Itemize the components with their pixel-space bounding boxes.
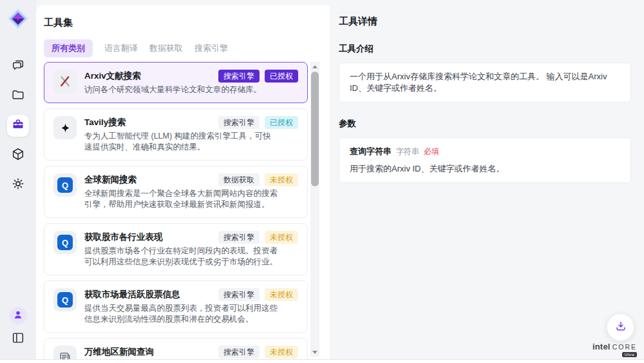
param-required-flag: 必填 [424,146,439,157]
tools-panel-title: 工具集 [44,17,322,29]
tool-card-2[interactable]: Q 全球新闻搜索 数据获取 未授权 全球新闻搜索是一个聚合全球各大新闻网站内容的… [44,166,308,218]
cube-icon [11,147,25,164]
toolbox-icon [12,118,24,133]
tool-category-badge: 搜索引擎 [218,346,260,358]
param-description: 用于搜索的Arxiv ID、关键字或作者姓名。 [350,163,620,175]
tool-auth-badge: 已授权 [265,70,298,83]
tool-category-badge: 搜索引擎 [218,288,260,301]
tool-description: 提供股票市场各个行业在特定时间段内的表现。投资者可以利用这些信息来识别表现优于或… [84,246,278,268]
q-search-icon: Q [53,288,77,311]
arxiv-icon [53,70,77,93]
tool-intro-box: 一个用于从Arxiv存储库搜索科学论文和文章的工具。 输入可以是Arxiv ID… [339,63,631,103]
folder-icon [11,88,25,104]
tab-language-translation[interactable]: 语言翻译 [104,39,138,57]
intel-brand-text: intel [592,342,611,351]
sidebar-item-files[interactable] [7,85,29,107]
tool-card-0[interactable]: Arxiv文献搜索 搜索引擎 已授权 访问各个研究领域大量科学论文和文章的存储库… [44,62,308,103]
q-search-icon: Q [53,231,77,254]
param-box: 查询字符串 字符串 必填 用于搜索的Arxiv ID、关键字或作者姓名。 [339,137,631,183]
tool-card-3[interactable]: Q 获取股市各行业表现 搜索引擎 未授权 提供股票市场各个行业在特定时间段内的表… [44,223,308,275]
tool-card-1[interactable]: Tavily搜索 搜索引擎 已授权 专为人工智能代理 (LLM) 构建的搜索引擎… [44,108,308,161]
app-window: 工具集 所有类别 语言翻译 数据获取 搜索引擎 Arxiv文献搜索 搜索引擎 已… [0,0,644,363]
scrollbar-up-arrow[interactable] [310,62,319,71]
tool-description: 提供当天交易量最高的股票列表，投资者可以利用这些信息来识别流动性强的股票和潜在的… [84,303,278,325]
tool-description: 专为人工智能代理 (LLM) 构建的搜索引擎工具，可快速提供实时、准确和真实的结… [84,131,278,153]
tool-detail-panel: 工具详情 工具介绍 一个用于从Arxiv存储库搜索科学论文和文章的工具。 输入可… [330,5,644,359]
sidebar-item-chat[interactable] [7,55,29,77]
download-icon [614,320,627,335]
tool-category-badge: 数据获取 [218,173,260,186]
tool-name: Arxiv文献搜索 [84,70,141,82]
param-name: 查询字符串 [350,146,392,157]
user-avatar[interactable] [10,307,27,324]
tool-auth-badge: 已授权 [265,116,298,129]
tool-category-badge: 搜索引擎 [218,116,260,129]
download-button[interactable] [607,313,634,341]
tool-card-4[interactable]: Q 获取市场最活跃股票信息 搜索引擎 未授权 提供当天交易量最高的股票列表，投资… [44,280,308,333]
sidebar-item-settings[interactable] [7,174,29,196]
sidebar-item-toolbox[interactable] [7,115,29,137]
tool-auth-badge: 未授权 [265,231,298,244]
tool-name: Tavily搜索 [84,116,126,128]
intro-section-label: 工具介绍 [339,43,631,55]
bottom-window-edge [0,359,644,363]
tab-all-categories[interactable]: 所有类别 [44,39,93,57]
tool-list-scrollbar [310,62,319,357]
sparkle-icon [53,116,77,139]
scrollbar-down-arrow[interactable] [310,348,319,357]
tool-auth-badge: 未授权 [265,288,298,301]
chat-icon [11,58,25,75]
user-avatar-icon [12,309,24,323]
newspaper-icon [53,346,77,359]
core-brand-text: CORE [612,343,637,351]
param-type: 字符串 [396,146,419,157]
category-tabs: 所有类别 语言翻译 数据获取 搜索引擎 [44,39,322,57]
left-rail [0,0,36,359]
settings-gear-icon [11,177,25,193]
tool-description: 全球新闻搜索是一个聚合全球各大新闻网站内容的搜索引擎，帮助用户快速获取全球最新资… [84,188,278,210]
tool-name: 获取市场最活跃股票信息 [84,288,180,300]
detail-title: 工具详情 [339,15,631,28]
tab-data-acquisition[interactable]: 数据获取 [149,39,183,57]
intel-core-logo: intel CORE Ultra [596,342,637,357]
tool-category-badge: 搜索引擎 [218,70,260,83]
tool-list: Arxiv文献搜索 搜索引擎 已授权 访问各个研究领域大量科学论文和文章的存储库… [44,62,308,359]
scrollbar-thumb[interactable] [311,72,319,186]
tools-panel: 工具集 所有类别 语言翻译 数据获取 搜索引擎 Arxiv文献搜索 搜索引擎 已… [36,5,330,359]
tool-name: 万维地区新闻查询 [84,346,154,358]
tab-search-engine[interactable]: 搜索引擎 [194,39,228,57]
sidebar-item-models[interactable] [7,144,29,166]
tool-auth-badge: 未授权 [265,173,298,186]
tool-card-5[interactable]: 万维地区新闻查询 搜索引擎 未授权 查询具体行政区划内的新闻，快速了解各地新闻动 [44,338,308,359]
panel-layout-icon [11,331,25,348]
app-logo-icon [7,8,29,30]
ultra-badge: Ultra [622,352,637,357]
tool-category-badge: 搜索引擎 [218,231,260,244]
tool-description: 访问各个研究领域大量科学论文和文章的存储库。 [84,84,278,95]
tool-name: 获取股市各行业表现 [84,231,163,243]
tool-auth-badge: 未授权 [265,346,298,358]
params-section-label: 参数 [339,118,631,130]
tool-name: 全球新闻搜索 [84,173,137,186]
sidebar-item-panel-toggle[interactable] [7,328,29,350]
q-search-icon: Q [53,173,77,197]
